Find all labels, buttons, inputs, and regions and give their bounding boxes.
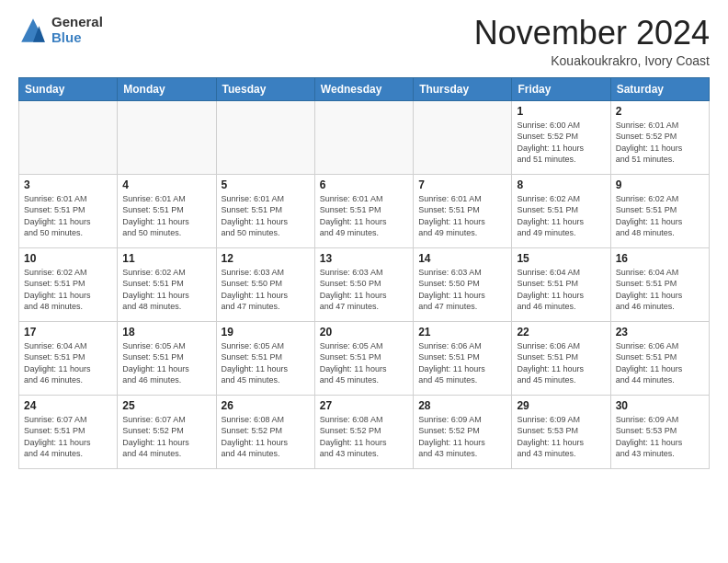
calendar-cell: 10Sunrise: 6:02 AMSunset: 5:51 PMDayligh… [19,247,118,321]
cell-info: Sunrise: 6:07 AMSunset: 5:51 PMDaylight:… [24,414,112,460]
calendar-cell: 23Sunrise: 6:06 AMSunset: 5:51 PMDayligh… [610,321,709,395]
day-number: 9 [616,178,704,191]
cell-info: Sunrise: 6:01 AMSunset: 5:51 PMDaylight:… [122,193,210,239]
day-number: 14 [418,252,506,265]
calendar-cell: 28Sunrise: 6:09 AMSunset: 5:52 PMDayligh… [414,395,512,468]
cell-info: Sunrise: 6:02 AMSunset: 5:51 PMDaylight:… [24,267,112,313]
day-number: 7 [418,178,506,191]
calendar-cell: 20Sunrise: 6:05 AMSunset: 5:51 PMDayligh… [314,321,413,395]
cell-info: Sunrise: 6:06 AMSunset: 5:51 PMDaylight:… [517,340,605,386]
calendar-cell: 4Sunrise: 6:01 AMSunset: 5:51 PMDaylight… [118,174,216,247]
calendar-cell: 1Sunrise: 6:00 AMSunset: 5:52 PMDaylight… [512,100,610,174]
cell-info: Sunrise: 6:03 AMSunset: 5:50 PMDaylight:… [320,267,408,313]
calendar-week-1: 1Sunrise: 6:00 AMSunset: 5:52 PMDaylight… [19,100,710,174]
day-number: 12 [222,252,310,265]
col-header-tuesday: Tuesday [216,77,314,100]
day-number: 6 [320,178,408,191]
day-number: 16 [616,252,704,265]
day-number: 30 [616,399,704,412]
calendar-cell: 22Sunrise: 6:06 AMSunset: 5:51 PMDayligh… [512,321,610,395]
day-number: 15 [517,252,605,265]
day-number: 18 [122,326,210,339]
cell-info: Sunrise: 6:03 AMSunset: 5:50 PMDaylight:… [418,267,506,313]
cell-info: Sunrise: 6:02 AMSunset: 5:51 PMDaylight:… [517,193,605,239]
calendar-cell: 7Sunrise: 6:01 AMSunset: 5:51 PMDaylight… [414,174,512,247]
calendar-cell: 25Sunrise: 6:07 AMSunset: 5:52 PMDayligh… [118,395,216,468]
calendar-cell: 17Sunrise: 6:04 AMSunset: 5:51 PMDayligh… [19,321,118,395]
calendar-cell: 15Sunrise: 6:04 AMSunset: 5:51 PMDayligh… [512,247,610,321]
cell-info: Sunrise: 6:09 AMSunset: 5:53 PMDaylight:… [517,414,605,460]
calendar-cell: 18Sunrise: 6:05 AMSunset: 5:51 PMDayligh… [118,321,216,395]
day-number: 28 [418,399,506,412]
calendar-cell: 9Sunrise: 6:02 AMSunset: 5:51 PMDaylight… [610,174,709,247]
cell-info: Sunrise: 6:09 AMSunset: 5:53 PMDaylight:… [616,414,704,460]
col-header-friday: Friday [512,77,610,100]
day-number: 5 [222,178,310,191]
col-header-wednesday: Wednesday [314,77,413,100]
calendar-cell: 6Sunrise: 6:01 AMSunset: 5:51 PMDaylight… [314,174,413,247]
calendar-cell [19,100,118,174]
day-number: 25 [122,399,210,412]
cell-info: Sunrise: 6:02 AMSunset: 5:51 PMDaylight:… [122,267,210,313]
calendar-cell [216,100,314,174]
day-number: 3 [24,178,112,191]
cell-info: Sunrise: 6:08 AMSunset: 5:52 PMDaylight:… [222,414,310,460]
calendar-table: SundayMondayTuesdayWednesdayThursdayFrid… [18,77,710,469]
day-number: 13 [320,252,408,265]
calendar-cell: 29Sunrise: 6:09 AMSunset: 5:53 PMDayligh… [512,395,610,468]
col-header-monday: Monday [118,77,216,100]
page: General Blue November 2024 Kouakoukrakro… [0,0,728,563]
day-number: 10 [24,252,112,265]
cell-info: Sunrise: 6:03 AMSunset: 5:50 PMDaylight:… [222,267,310,313]
calendar-header-row: SundayMondayTuesdayWednesdayThursdayFrid… [19,77,710,100]
calendar-week-2: 3Sunrise: 6:01 AMSunset: 5:51 PMDaylight… [19,174,710,247]
calendar-cell: 26Sunrise: 6:08 AMSunset: 5:52 PMDayligh… [216,395,314,468]
calendar-cell [414,100,512,174]
logo-general: General [51,15,103,30]
calendar-cell: 27Sunrise: 6:08 AMSunset: 5:52 PMDayligh… [314,395,413,468]
cell-info: Sunrise: 6:07 AMSunset: 5:52 PMDaylight:… [122,414,210,460]
cell-info: Sunrise: 6:05 AMSunset: 5:51 PMDaylight:… [320,340,408,386]
cell-info: Sunrise: 6:08 AMSunset: 5:52 PMDaylight:… [320,414,408,460]
cell-info: Sunrise: 6:06 AMSunset: 5:51 PMDaylight:… [616,340,704,386]
day-number: 17 [24,326,112,339]
logo-blue: Blue [51,30,103,46]
calendar-week-4: 17Sunrise: 6:04 AMSunset: 5:51 PMDayligh… [19,321,710,395]
day-number: 8 [517,178,605,191]
calendar-cell: 19Sunrise: 6:05 AMSunset: 5:51 PMDayligh… [216,321,314,395]
day-number: 4 [122,178,210,191]
calendar-cell: 3Sunrise: 6:01 AMSunset: 5:51 PMDaylight… [19,174,118,247]
cell-info: Sunrise: 6:01 AMSunset: 5:51 PMDaylight:… [418,193,506,239]
day-number: 1 [517,105,605,118]
cell-info: Sunrise: 6:01 AMSunset: 5:51 PMDaylight:… [320,193,408,239]
calendar-subtitle: Kouakoukrakro, Ivory Coast [474,53,710,68]
col-header-sunday: Sunday [19,77,118,100]
cell-info: Sunrise: 6:05 AMSunset: 5:51 PMDaylight:… [222,340,310,386]
day-number: 24 [24,399,112,412]
cell-info: Sunrise: 6:00 AMSunset: 5:52 PMDaylight:… [517,120,605,166]
calendar-cell: 16Sunrise: 6:04 AMSunset: 5:51 PMDayligh… [610,247,709,321]
header: General Blue November 2024 Kouakoukrakro… [18,15,710,68]
calendar-week-3: 10Sunrise: 6:02 AMSunset: 5:51 PMDayligh… [19,247,710,321]
col-header-thursday: Thursday [414,77,512,100]
cell-info: Sunrise: 6:01 AMSunset: 5:51 PMDaylight:… [24,193,112,239]
calendar-cell: 21Sunrise: 6:06 AMSunset: 5:51 PMDayligh… [414,321,512,395]
day-number: 26 [222,399,310,412]
logo: General Blue [18,15,103,45]
day-number: 11 [122,252,210,265]
day-number: 2 [616,105,704,118]
calendar-title: November 2024 [474,15,710,52]
cell-info: Sunrise: 6:06 AMSunset: 5:51 PMDaylight:… [418,340,506,386]
calendar-cell: 11Sunrise: 6:02 AMSunset: 5:51 PMDayligh… [118,247,216,321]
calendar-week-5: 24Sunrise: 6:07 AMSunset: 5:51 PMDayligh… [19,395,710,468]
col-header-saturday: Saturday [610,77,709,100]
day-number: 19 [222,326,310,339]
calendar-cell: 13Sunrise: 6:03 AMSunset: 5:50 PMDayligh… [314,247,413,321]
logo-text: General Blue [51,15,103,45]
calendar-cell: 24Sunrise: 6:07 AMSunset: 5:51 PMDayligh… [19,395,118,468]
calendar-cell: 12Sunrise: 6:03 AMSunset: 5:50 PMDayligh… [216,247,314,321]
cell-info: Sunrise: 6:01 AMSunset: 5:52 PMDaylight:… [616,120,704,166]
cell-info: Sunrise: 6:04 AMSunset: 5:51 PMDaylight:… [24,340,112,386]
calendar-cell: 14Sunrise: 6:03 AMSunset: 5:50 PMDayligh… [414,247,512,321]
cell-info: Sunrise: 6:04 AMSunset: 5:51 PMDaylight:… [616,267,704,313]
